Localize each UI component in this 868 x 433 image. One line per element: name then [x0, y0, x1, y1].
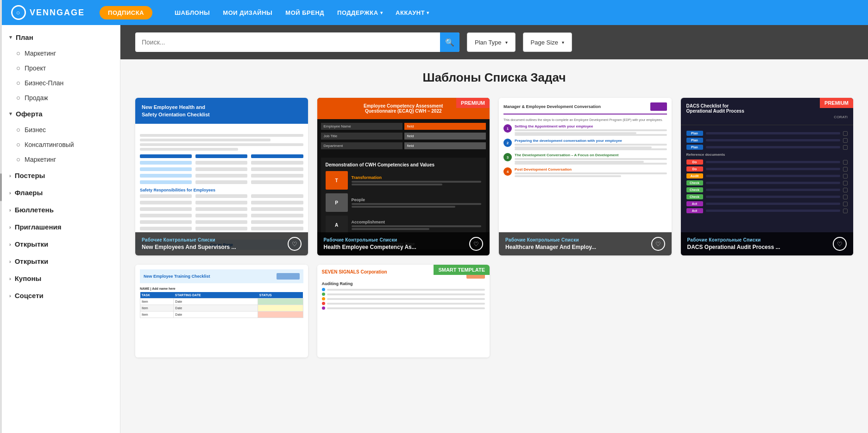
card-category-t4: Рабочие Контрольные Списки: [687, 237, 780, 242]
template-card-t6[interactable]: SMART TEMPLATE SEVEN SIGNALS Corporation…: [317, 265, 490, 357]
favorite-button-t2[interactable]: ♡: [469, 237, 483, 251]
sidebar-group-header-flyers[interactable]: › Флаеры: [0, 184, 120, 201]
search-icon: 🔍: [445, 38, 454, 47]
sidebar-group-offer-label: Оферта: [16, 110, 43, 118]
template-grid: New Employee Health and Safety Orientati…: [135, 98, 853, 357]
card-image-t5: New Employee Training Checklist NAME | A…: [135, 265, 308, 357]
logo[interactable]: ○ VENNGAGE: [11, 5, 85, 20]
sidebar-group-header-plan[interactable]: ▾ План: [0, 29, 120, 46]
dot-icon: [17, 82, 20, 85]
sidebar-item-project[interactable]: Проект: [0, 61, 120, 76]
sidebar-item-sales[interactable]: Продаж: [0, 90, 120, 105]
sidebar-item-business-plan[interactable]: Бизнес-План: [0, 76, 120, 90]
sidebar-group-header-bulletin[interactable]: › Бюллетень: [0, 201, 120, 218]
favorite-button-t4[interactable]: ♡: [833, 237, 847, 251]
page-size-filter[interactable]: Page Size ▾: [523, 32, 572, 52]
invitations-chevron-icon: ›: [9, 224, 11, 230]
scroll-thumb: [0, 173, 2, 201]
favorite-button-t3[interactable]: ♡: [651, 237, 665, 251]
sidebar-group-cards1: › Открытки: [0, 236, 120, 253]
nav-my-designs[interactable]: МОИ ДИЗАЙНЫ: [223, 9, 272, 16]
nav-templates[interactable]: ШАБЛОНЫ: [175, 9, 210, 16]
cards1-chevron-icon: ›: [9, 242, 11, 247]
page-title: Шаблоны Списка Задач: [135, 70, 853, 85]
sidebar-group-flyers: › Флаеры: [0, 184, 120, 201]
sidebar-group-header-coupons[interactable]: › Купоны: [0, 270, 120, 287]
card-footer-t2: Рабочие Контрольные Списки Health Employ…: [317, 232, 490, 255]
card-image-t4: PREMIUM DACS Checklist for Operational A…: [681, 98, 854, 255]
search-input[interactable]: [142, 38, 440, 46]
social-chevron-icon: ›: [9, 293, 11, 299]
sidebar-group-header-offer[interactable]: ▾ Оферта: [0, 105, 120, 122]
plan-type-filter[interactable]: Plan Type ▾: [467, 32, 516, 52]
card-name-t2: Health Employee Competency As...: [324, 244, 416, 250]
search-bar-area: 🔍 Plan Type ▾ Page Size ▾: [120, 25, 868, 59]
sidebar-group-cards2: › Открытки: [0, 253, 120, 270]
scrollbar[interactable]: [0, 25, 2, 433]
card-footer-t3: Рабочие Контрольные Списки Healthcare Ma…: [499, 232, 672, 255]
logo-text: VENNGAGE: [30, 8, 85, 18]
plan-chevron-icon: ▾: [9, 34, 12, 40]
sidebar-group-header-cards2[interactable]: › Открытки: [0, 253, 120, 270]
dot-icon: [17, 143, 20, 146]
card-category-t3: Рабочие Контрольные Списки: [505, 237, 596, 242]
sidebar-group-header-posters[interactable]: › Постеры: [0, 167, 120, 184]
card-footer-t4: Рабочие Контрольные Списки DACS Operatio…: [681, 232, 854, 255]
sidebar-item-consulting[interactable]: Консалтинговый: [0, 137, 120, 152]
flyers-chevron-icon: ›: [9, 190, 11, 196]
template-card-t1[interactable]: New Employee Health and Safety Orientati…: [135, 98, 308, 255]
sidebar-item-business[interactable]: Бизнес: [0, 122, 120, 137]
page-size-chevron-icon: ▾: [562, 40, 564, 45]
template-card-t5[interactable]: New Employee Training Checklist NAME | A…: [135, 265, 308, 357]
card-image-t2: PREMIUM Employee Competency Assessment Q…: [317, 98, 490, 255]
nav-my-brand[interactable]: МОЙ БРЕНД: [285, 9, 324, 16]
sidebar-group-posters-label: Постеры: [15, 172, 45, 179]
card-name-t4: DACS Operational Audit Process ...: [687, 244, 780, 250]
sidebar-group-flyers-label: Флаеры: [15, 189, 43, 197]
sidebar-group-posters: › Постеры: [0, 167, 120, 184]
card-image-t6: SMART TEMPLATE SEVEN SIGNALS Corporation…: [317, 265, 490, 357]
dot-icon: [17, 52, 20, 55]
nav-links: ШАБЛОНЫ МОИ ДИЗАЙНЫ МОЙ БРЕНД ПОДДЕРЖКА …: [175, 9, 429, 16]
sidebar-group-cards1-label: Открытки: [15, 240, 49, 248]
sidebar-group-plan: ▾ План Маркетинг Проект Бизнес-План Прод…: [0, 29, 120, 105]
dot-icon: [17, 96, 20, 100]
support-chevron-icon: ▾: [380, 10, 383, 15]
subscribe-button[interactable]: ПОДПИСКА: [100, 6, 152, 19]
posters-chevron-icon: ›: [9, 173, 11, 178]
favorite-button-t1[interactable]: ♡: [288, 237, 302, 251]
nav-account[interactable]: АККАУНТ ▾: [396, 9, 429, 16]
offer-chevron-icon: ▾: [9, 111, 12, 117]
dot-icon: [17, 128, 20, 132]
card-name-t3: Healthcare Manager And Employ...: [505, 244, 596, 250]
main-content: 🔍 Plan Type ▾ Page Size ▾ Шаблоны Списка…: [120, 25, 868, 433]
nav-support[interactable]: ПОДДЕРЖКА ▾: [337, 9, 383, 16]
sidebar-group-header-cards1[interactable]: › Открытки: [0, 236, 120, 253]
template-card-t2[interactable]: PREMIUM Employee Competency Assessment Q…: [317, 98, 490, 255]
sidebar-group-coupons-label: Купоны: [15, 274, 42, 282]
plan-type-chevron-icon: ▾: [505, 40, 508, 45]
sidebar-group-bulletin-label: Бюллетень: [15, 206, 54, 214]
template-card-t3[interactable]: Manager & Employee Development Conversat…: [499, 98, 672, 255]
search-box: 🔍: [135, 32, 459, 52]
sidebar-group-plan-label: План: [16, 33, 33, 41]
bulletin-chevron-icon: ›: [9, 207, 11, 213]
sidebar-group-invitations-label: Приглашения: [15, 223, 62, 231]
template-card-t4[interactable]: PREMIUM DACS Checklist for Operational A…: [681, 98, 854, 255]
search-button[interactable]: 🔍: [440, 32, 459, 52]
card-image-t3: Manager & Employee Development Conversat…: [499, 98, 672, 255]
sidebar-group-offer: ▾ Оферта Бизнес Консалтинговый Маркетинг: [0, 105, 120, 167]
sidebar-item-marketing2[interactable]: Маркетинг: [0, 152, 120, 167]
sidebar-group-social: › Соцсети: [0, 287, 120, 304]
dot-icon: [17, 67, 20, 70]
sidebar-group-bulletin: › Бюллетень: [0, 201, 120, 218]
card-footer-t1: Рабочие Контрольные Списки New Employees…: [135, 232, 308, 255]
sidebar-group-header-social[interactable]: › Соцсети: [0, 287, 120, 304]
card-category-t1: Рабочие Контрольные Списки: [142, 237, 236, 242]
templates-area: Шаблоны Списка Задач New Employee Health…: [120, 59, 868, 369]
sidebar-group-social-label: Соцсети: [15, 292, 44, 299]
sidebar-group-invitations: › Приглашения: [0, 218, 120, 236]
top-nav: ○ VENNGAGE ПОДПИСКА ШАБЛОНЫ МОИ ДИЗАЙНЫ …: [0, 0, 868, 25]
sidebar-group-header-invitations[interactable]: › Приглашения: [0, 218, 120, 236]
sidebar-item-marketing[interactable]: Маркетинг: [0, 46, 120, 61]
